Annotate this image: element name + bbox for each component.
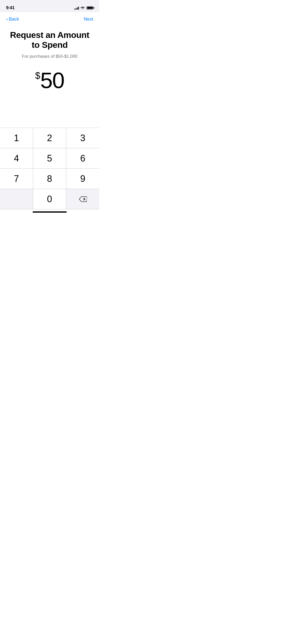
main-content: Request an Amount to Spend For purchases…	[0, 25, 99, 92]
numpad-key-7[interactable]: 7	[0, 169, 33, 189]
numpad-key-2[interactable]: 2	[33, 128, 66, 148]
numpad-area: 1 2 3 4 5 6 7 8 9 0	[0, 128, 99, 215]
numpad-key-9[interactable]: 9	[66, 169, 99, 189]
numpad-key-1[interactable]: 1	[0, 128, 33, 148]
amount-display: $ 50	[6, 69, 93, 92]
home-indicator	[0, 209, 99, 215]
signal-bars-icon	[74, 6, 79, 10]
signal-bar-4	[78, 7, 79, 10]
amount-value: 50	[40, 69, 64, 92]
status-icons	[74, 6, 93, 10]
numpad-key-5[interactable]: 5	[33, 148, 66, 169]
numpad-key-8[interactable]: 8	[33, 169, 66, 189]
numpad-key-6[interactable]: 6	[66, 148, 99, 169]
signal-bar-1	[74, 9, 75, 10]
dollar-sign: $	[35, 71, 40, 80]
numpad-key-4[interactable]: 4	[0, 148, 33, 169]
back-chevron-icon: ‹	[6, 16, 8, 22]
signal-bar-3	[77, 7, 78, 10]
wifi-icon	[80, 6, 85, 10]
page-subtitle: For purchases of $50-$1,000	[6, 54, 93, 59]
numpad-key-3[interactable]: 3	[66, 128, 99, 148]
status-time: 9:41	[6, 5, 15, 10]
numpad-key-empty	[0, 189, 33, 209]
numpad-delete-button[interactable]	[66, 189, 99, 209]
delete-icon	[79, 196, 87, 202]
back-button[interactable]: ‹ Back	[6, 16, 19, 22]
page-title: Request an Amount to Spend	[6, 30, 93, 50]
signal-bar-2	[76, 8, 76, 10]
status-bar: 9:41	[0, 0, 99, 12]
nav-bar: ‹ Back Next	[0, 12, 99, 25]
next-button[interactable]: Next	[84, 17, 93, 22]
numpad-grid: 1 2 3 4 5 6 7 8 9 0	[0, 128, 99, 209]
battery-icon	[86, 6, 93, 10]
battery-fill	[87, 7, 93, 9]
back-label: Back	[9, 17, 19, 22]
numpad-key-0[interactable]: 0	[33, 189, 66, 209]
home-indicator-bar	[33, 211, 67, 213]
